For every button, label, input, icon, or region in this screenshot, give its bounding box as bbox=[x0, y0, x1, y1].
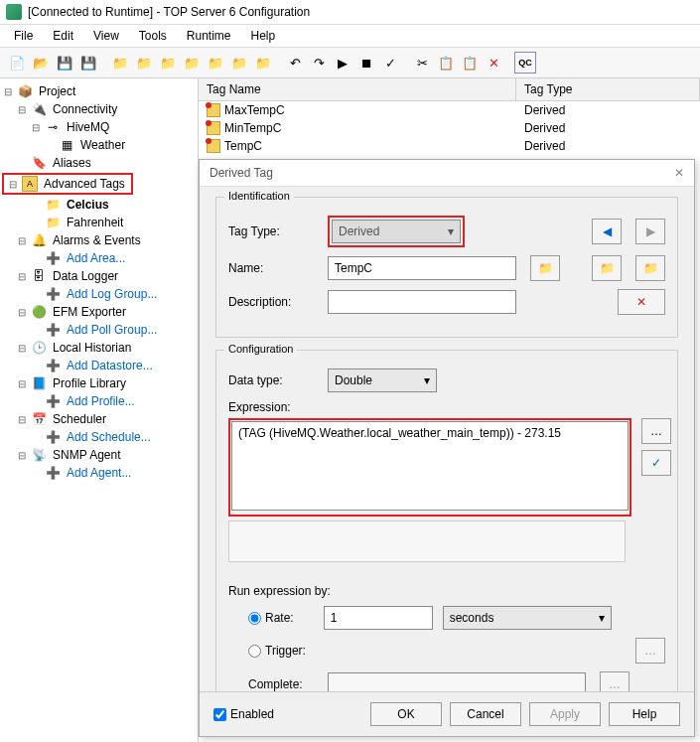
expr-label: Expression: bbox=[228, 400, 665, 414]
help-button[interactable]: Help bbox=[609, 702, 680, 726]
rate-unit-select[interactable]: seconds▾ bbox=[443, 606, 612, 630]
tree-snmp[interactable]: ⊟📡SNMP Agent bbox=[2, 446, 196, 464]
tree-connectivity[interactable]: ⊟🔌Connectivity bbox=[2, 100, 196, 118]
undo-icon[interactable]: ↶ bbox=[284, 52, 306, 74]
window-title: [Connected to Runtime] - TOP Server 6 Co… bbox=[28, 5, 310, 19]
folder1-icon[interactable]: 📁 bbox=[109, 52, 131, 74]
new-folder-button[interactable]: 📁 bbox=[592, 255, 622, 281]
col-tagname[interactable]: Tag Name bbox=[199, 78, 516, 100]
add-icon: ➕ bbox=[45, 393, 61, 409]
chevron-down-icon: ▾ bbox=[448, 224, 454, 238]
list-row[interactable]: TempCDerived bbox=[199, 137, 700, 155]
folder5-icon[interactable]: 📁 bbox=[205, 52, 226, 74]
menubar: File Edit View Tools Runtime Help bbox=[0, 25, 700, 48]
folder6-icon[interactable]: 📁 bbox=[228, 52, 250, 74]
tree-hivemq[interactable]: ⊟⊸HiveMQ bbox=[2, 118, 196, 136]
tree-addagent[interactable]: ➕Add Agent... bbox=[2, 464, 196, 482]
desc-label: Description: bbox=[228, 295, 318, 309]
menu-view[interactable]: View bbox=[85, 27, 127, 45]
list-row[interactable]: MinTempCDerived bbox=[199, 119, 700, 137]
tree-addlog[interactable]: ➕Add Log Group... bbox=[2, 285, 196, 303]
identification-group: Identification Tag Type: Derived▾ ◀ ▶ Na… bbox=[215, 197, 678, 338]
add-icon: ➕ bbox=[45, 286, 61, 302]
save-as-icon[interactable]: 💾 bbox=[77, 52, 99, 74]
delete-icon[interactable]: ✕ bbox=[483, 52, 504, 74]
menu-tools[interactable]: Tools bbox=[131, 27, 175, 45]
copy-icon[interactable]: 📋 bbox=[435, 52, 457, 74]
expression-input[interactable] bbox=[231, 421, 629, 511]
validate-button[interactable]: ✓ bbox=[641, 450, 671, 476]
add-icon: ➕ bbox=[45, 429, 61, 445]
menu-edit[interactable]: Edit bbox=[45, 27, 81, 45]
runby-label: Run expression by: bbox=[228, 584, 665, 598]
folder2-icon[interactable]: 📁 bbox=[133, 52, 155, 74]
apply-button[interactable]: Apply bbox=[529, 702, 601, 726]
tree-fahrenheit[interactable]: 📁Fahrenheit bbox=[2, 214, 196, 231]
folder3-icon[interactable]: 📁 bbox=[157, 52, 179, 74]
prev-button[interactable]: ◀ bbox=[592, 219, 622, 244]
name-input[interactable] bbox=[328, 256, 516, 280]
chevron-down-icon: ▾ bbox=[424, 373, 430, 387]
delete-button[interactable]: ✕ bbox=[618, 289, 665, 315]
calendar-icon: 📅 bbox=[31, 411, 47, 427]
desc-input[interactable] bbox=[328, 290, 516, 314]
col-tagtype[interactable]: Tag Type bbox=[516, 78, 700, 100]
trigger-browse-button[interactable]: … bbox=[635, 638, 665, 664]
snmp-icon: 📡 bbox=[31, 447, 47, 463]
tree-datalogger[interactable]: ⊟🗄Data Logger bbox=[2, 267, 196, 285]
menu-file[interactable]: File bbox=[6, 27, 41, 45]
folder7-icon[interactable]: 📁 bbox=[252, 52, 274, 74]
folder4-icon[interactable]: 📁 bbox=[181, 52, 203, 74]
tag-icon bbox=[207, 139, 220, 153]
enabled-checkbox[interactable]: Enabled bbox=[213, 707, 274, 721]
tree-celcius[interactable]: 📁Celcius bbox=[2, 196, 196, 214]
tree-addarea[interactable]: ➕Add Area... bbox=[2, 249, 196, 267]
ok-button[interactable]: OK bbox=[370, 702, 442, 726]
tree-efm[interactable]: ⊟🟢EFM Exporter bbox=[2, 303, 196, 321]
copy-folder-button[interactable]: 📁 bbox=[635, 255, 665, 281]
tag-icon bbox=[207, 121, 220, 135]
tree-adddata[interactable]: ➕Add Datastore... bbox=[2, 357, 196, 374]
add-icon: ➕ bbox=[45, 322, 61, 338]
tree-weather[interactable]: ▦Weather bbox=[2, 136, 196, 154]
redo-icon[interactable]: ↷ bbox=[308, 52, 330, 74]
cancel-button[interactable]: Cancel bbox=[450, 702, 521, 726]
tree-project[interactable]: ⊟📦Project bbox=[2, 82, 196, 100]
trigger-radio[interactable]: Trigger: bbox=[248, 644, 306, 658]
add-icon: ➕ bbox=[45, 358, 61, 373]
rate-radio[interactable]: Rate: bbox=[248, 611, 294, 625]
browse-expr-button[interactable]: … bbox=[641, 418, 671, 444]
menu-help[interactable]: Help bbox=[243, 27, 284, 45]
open-icon[interactable]: 📂 bbox=[30, 52, 52, 74]
add-icon: ➕ bbox=[45, 465, 61, 481]
tree-aliases[interactable]: 🔖Aliases bbox=[2, 154, 196, 172]
check-icon[interactable]: ✓ bbox=[379, 52, 401, 74]
stop-icon[interactable]: ⏹ bbox=[355, 52, 377, 74]
tree-alarms[interactable]: ⊟🔔Alarms & Events bbox=[2, 231, 196, 249]
cut-icon[interactable]: ✂ bbox=[411, 52, 433, 74]
datatype-select[interactable]: Double▾ bbox=[328, 369, 437, 392]
qc-icon[interactable]: QC bbox=[514, 52, 536, 74]
tree-localhist[interactable]: ⊟🕒Local Historian bbox=[2, 339, 196, 357]
hist-icon: 🕒 bbox=[31, 340, 47, 356]
new-icon[interactable]: 📄 bbox=[6, 52, 28, 74]
tree-addsched[interactable]: ➕Add Schedule... bbox=[2, 428, 196, 446]
tree-addprofile[interactable]: ➕Add Profile... bbox=[2, 392, 196, 410]
menu-runtime[interactable]: Runtime bbox=[179, 27, 239, 45]
save-icon[interactable]: 💾 bbox=[54, 52, 75, 74]
tree-addpoll[interactable]: ➕Add Poll Group... bbox=[2, 321, 196, 339]
close-icon[interactable]: ✕ bbox=[674, 166, 684, 180]
play-icon[interactable]: ▶ bbox=[332, 52, 353, 74]
paste-icon[interactable]: 📋 bbox=[459, 52, 481, 74]
browse-button[interactable]: 📁 bbox=[530, 255, 560, 281]
bell-icon: 🔔 bbox=[31, 232, 47, 248]
toolbar: 📄 📂 💾 💾 📁 📁 📁 📁 📁 📁 📁 ↶ ↷ ▶ ⏹ ✓ ✂ 📋 📋 ✕ … bbox=[0, 48, 700, 78]
alias-icon: 🔖 bbox=[31, 155, 47, 171]
tree-profile[interactable]: ⊟📘Profile Library bbox=[2, 374, 196, 392]
tree-scheduler[interactable]: ⊟📅Scheduler bbox=[2, 410, 196, 428]
next-button[interactable]: ▶ bbox=[635, 219, 665, 244]
tree-advtags[interactable]: ⊟AAdvanced Tags bbox=[2, 172, 196, 196]
rate-input[interactable] bbox=[324, 606, 433, 630]
list-row[interactable]: MaxTempCDerived bbox=[199, 101, 700, 119]
tagtype-select[interactable]: Derived▾ bbox=[332, 220, 461, 243]
